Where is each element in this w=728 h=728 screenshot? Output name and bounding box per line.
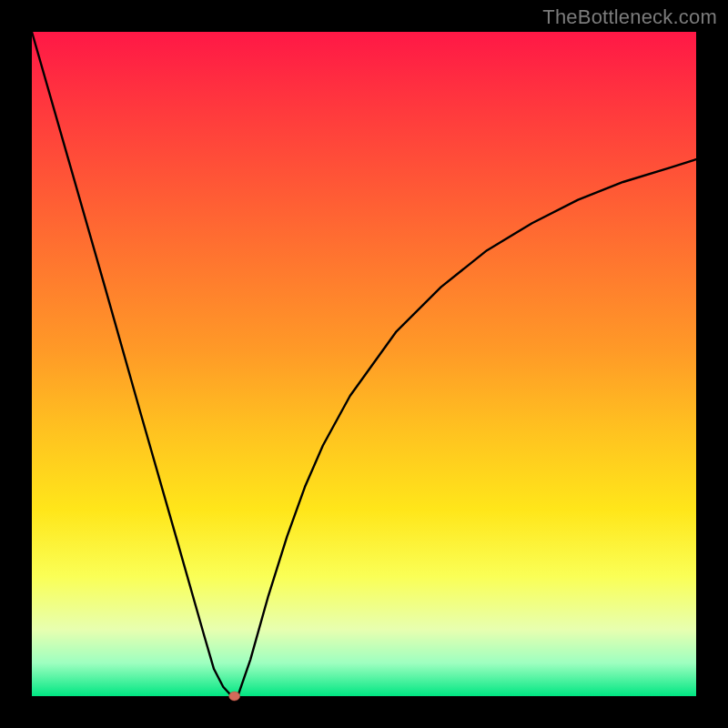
watermark-text: TheBottleneck.com <box>542 5 717 29</box>
chart-frame: TheBottleneck.com <box>0 0 728 728</box>
chart-svg <box>32 32 696 696</box>
plot-area <box>32 32 696 696</box>
optimal-marker <box>229 692 240 701</box>
bottleneck-curve <box>32 32 696 696</box>
